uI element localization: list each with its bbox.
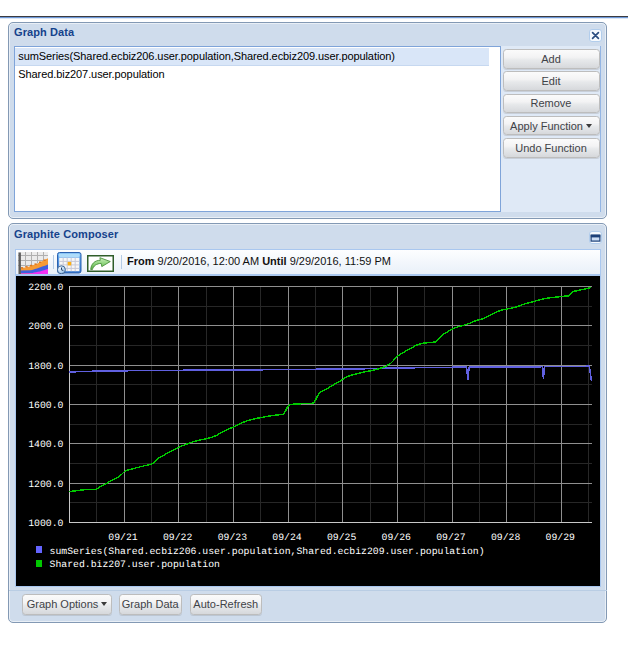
- svg-text:1000.0: 1000.0: [28, 518, 63, 529]
- svg-text:09/24: 09/24: [272, 532, 302, 543]
- svg-text:1200.0: 1200.0: [28, 479, 63, 490]
- svg-text:2200.0: 2200.0: [28, 282, 63, 293]
- svg-text:09/21: 09/21: [108, 532, 138, 543]
- svg-text:Shared.biz207.user.population: Shared.biz207.user.population: [49, 559, 220, 570]
- svg-text:09/28: 09/28: [490, 532, 520, 543]
- svg-text:sumSeries(Shared.ecbiz206.user: sumSeries(Shared.ecbiz206.user.populatio…: [49, 546, 484, 557]
- svg-text:09/25: 09/25: [326, 532, 356, 543]
- svg-text:1400.0: 1400.0: [28, 439, 63, 450]
- svg-text:1800.0: 1800.0: [28, 361, 63, 372]
- svg-text:09/22: 09/22: [162, 532, 192, 543]
- svg-text:09/23: 09/23: [217, 532, 247, 543]
- svg-text:09/29: 09/29: [545, 532, 575, 543]
- svg-text:09/27: 09/27: [436, 532, 466, 543]
- svg-text:2000.0: 2000.0: [28, 321, 63, 332]
- svg-text:1600.0: 1600.0: [28, 400, 63, 411]
- svg-text:09/26: 09/26: [381, 532, 411, 543]
